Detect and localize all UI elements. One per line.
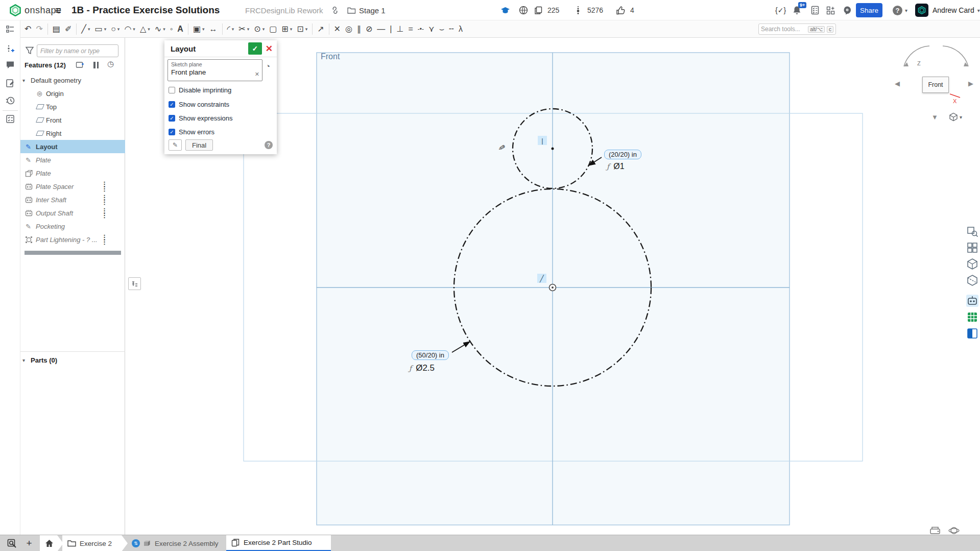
feature-dots-icon[interactable]: ⋮⋮ <box>101 182 108 191</box>
dim1-expression-box[interactable]: (20/20) in <box>604 150 641 159</box>
feature-dots-icon[interactable]: ⋮⋮ <box>101 235 108 244</box>
tree-item-origin[interactable]: ◎ Origin <box>20 87 125 100</box>
sketch-plane-field[interactable]: Sketch plane Front plane ✕ <box>168 59 262 81</box>
snapshot-tool-icon[interactable] <box>929 526 941 535</box>
tab-exercise-2-assembly[interactable]: ⇅ Exercise 2 Assembly <box>127 535 224 551</box>
offset-tool[interactable]: ⊙▾ <box>254 24 265 34</box>
construction-toggle[interactable]: ╌ <box>449 24 454 34</box>
feature-filter-input[interactable] <box>37 44 118 57</box>
symmetric-constraint[interactable]: ⋎ <box>428 24 435 34</box>
rollback-bar[interactable] <box>25 251 121 255</box>
rotate-left-icon[interactable]: ◀ <box>895 80 900 87</box>
tangent-constraint-badge[interactable]: ╱ <box>537 274 546 283</box>
parts-section-header[interactable]: ▾ Parts (0) <box>20 353 125 367</box>
regen-time-icon[interactable]: ◷ <box>107 59 116 68</box>
split-panel-icon[interactable] <box>966 327 978 340</box>
spline-tool[interactable]: ∿▾ <box>155 24 165 34</box>
dim2-value[interactable]: ƒ Ø2.5 <box>409 363 435 373</box>
mate-connector-icon[interactable]: ◔ <box>266 62 270 70</box>
filter-icon[interactable] <box>25 46 34 55</box>
views-icon[interactable] <box>576 0 580 20</box>
cut-list-icon[interactable] <box>6 114 15 124</box>
likes-icon[interactable] <box>616 0 625 20</box>
tool-search-box[interactable]: Search tools... alt/⌥ c <box>758 23 836 35</box>
tab-exercise-2[interactable]: Exercise 2 <box>62 535 128 551</box>
dim2-expression-box[interactable]: (50/20) in <box>412 350 449 360</box>
ai-assistant-icon[interactable] <box>843 0 852 20</box>
tangent-constraint[interactable]: ⊘ <box>366 24 372 34</box>
concentric-constraint[interactable]: ◎ <box>345 24 352 34</box>
arc-tool[interactable]: ◠▾ <box>124 24 135 34</box>
section-view-icon[interactable] <box>966 274 978 286</box>
chevron-down-icon[interactable]: ▾ <box>22 78 25 83</box>
vertical-constraint-badge[interactable]: | <box>538 136 547 145</box>
apps-grid-icon[interactable] <box>826 0 835 20</box>
suppress-pause-icon[interactable] <box>93 61 102 70</box>
checkbox-disable-imprinting[interactable]: Disable imprinting <box>169 86 231 94</box>
feature-dots-icon[interactable]: ⋮⋮ <box>101 195 108 204</box>
equal-constraint[interactable]: = <box>408 25 413 34</box>
new-tab-button[interactable]: + <box>22 537 36 550</box>
point-tool[interactable]: ◦ <box>170 25 173 34</box>
fillet-tool[interactable]: ◜▾ <box>227 24 234 34</box>
midpoint-constraint[interactable]: -•- <box>418 26 424 33</box>
dim1-value[interactable]: ƒ Ø1 <box>607 162 625 171</box>
share-button[interactable]: Share <box>856 3 882 17</box>
named-views-icon[interactable] <box>966 242 978 254</box>
line-tool[interactable]: ╱▾ <box>81 24 90 34</box>
horizontal-constraint[interactable]: — <box>377 25 385 34</box>
dialog-help-icon[interactable]: ? <box>265 141 273 149</box>
tab-search-icon[interactable] <box>7 539 17 548</box>
tree-group-default-geometry[interactable]: ▾ Default geometry <box>20 74 125 87</box>
dialog-title-bar[interactable]: Layout ✓ ✕ <box>164 40 277 57</box>
undo-button[interactable]: ↶ <box>25 24 31 34</box>
feature-list-icon[interactable] <box>6 25 15 34</box>
tree-item-plate-extrude[interactable]: Plate <box>20 166 125 180</box>
link-icon[interactable] <box>331 0 339 20</box>
pierce-constraint[interactable]: λ <box>459 25 463 34</box>
checkbox-show-errors[interactable]: ✓ Show errors <box>169 128 214 136</box>
parallel-constraint[interactable]: ∥ <box>357 24 361 34</box>
comments-icon[interactable] <box>6 60 15 69</box>
tree-item-plate-spacer[interactable]: Plate Spacer ⋮⋮ <box>20 180 125 193</box>
small-circle-center-point[interactable] <box>552 148 554 150</box>
education-icon[interactable] <box>500 0 510 20</box>
tasks-icon[interactable] <box>811 0 819 20</box>
tree-item-plate-sketch[interactable]: ✎ Plate <box>20 153 125 166</box>
tree-item-output-shaft[interactable]: Output Shaft ⋮⋮ <box>20 206 125 220</box>
variables-icon[interactable] <box>6 44 15 54</box>
add-folder-icon[interactable] <box>76 60 84 69</box>
rotate-right-icon[interactable]: ▶ <box>968 80 973 87</box>
polygon-tool[interactable]: △▾ <box>140 24 150 34</box>
tree-item-part-lightening[interactable]: Part Lightening - ? ... ⋮⋮ <box>20 233 125 246</box>
rotate-down-icon[interactable]: ▼ <box>931 113 938 121</box>
pattern-tool[interactable]: ⊞▾ <box>281 24 292 34</box>
circle-tool[interactable]: ○▾ <box>111 25 119 34</box>
public-globe-icon[interactable] <box>519 0 528 20</box>
redo-button[interactable]: ↷ <box>36 24 42 34</box>
use-project-tool[interactable]: ▣▾ <box>193 24 205 34</box>
final-button[interactable]: Final <box>185 139 213 151</box>
folder-breadcrumb[interactable]: Stage 1 <box>347 0 386 20</box>
dimension-tool[interactable]: ↔ <box>209 25 218 34</box>
inspect-icon[interactable]: ✐ <box>65 24 71 34</box>
trim-tool[interactable]: ✂▾ <box>238 24 249 34</box>
onshape-logo[interactable]: onshape <box>9 0 62 20</box>
feature-dots-icon[interactable]: ⋮⋮ <box>101 208 108 218</box>
measure-view-icon[interactable] <box>966 225 978 237</box>
tree-item-top-plane[interactable]: Top <box>20 100 125 113</box>
slot-tool[interactable]: ▢ <box>269 24 277 34</box>
cancel-x-button[interactable]: ✕ <box>266 43 273 54</box>
grid-panel-icon[interactable] <box>966 311 978 323</box>
rotate-arrows-icon[interactable] <box>893 40 979 111</box>
perpendicular-constraint[interactable]: ⊥ <box>397 24 404 34</box>
help-caret-icon[interactable]: ▾ <box>905 0 907 20</box>
chevron-down-icon[interactable]: ▾ <box>22 357 25 363</box>
copies-icon[interactable] <box>534 0 543 20</box>
graphics-canvas[interactable]: Front (20/20) in ƒ Ø1 (50/20) in ƒ Ø2.5 … <box>125 38 980 535</box>
curvature-constraint[interactable]: ⌣ <box>439 25 445 34</box>
feature-list-handle[interactable] <box>128 277 141 290</box>
insert-dxf-tool[interactable]: ⊡▾ <box>297 24 307 34</box>
vertical-constraint[interactable]: | <box>390 25 392 34</box>
view-cube-front-face[interactable]: Front <box>922 77 949 93</box>
